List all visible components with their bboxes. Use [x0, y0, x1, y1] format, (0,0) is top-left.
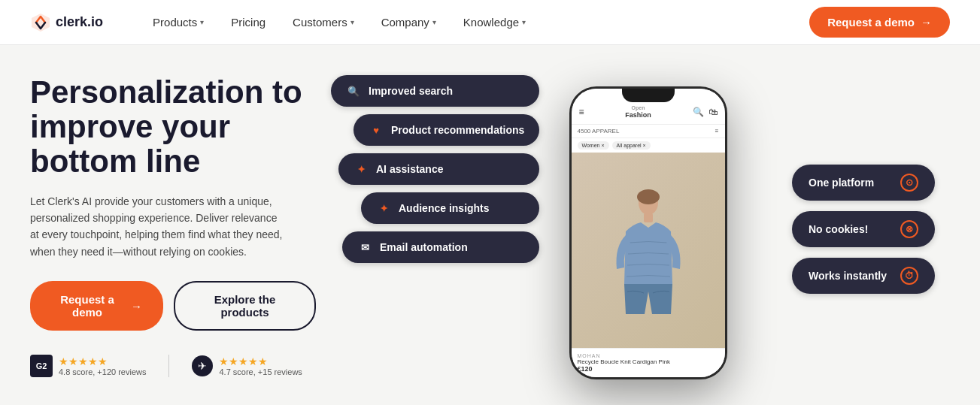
product-brand: MOHAN [578, 353, 719, 358]
hero-section: Personalization to improve your bottom l… [0, 45, 980, 405]
phone-mockup: ≡ Open Fashion 🔍 🛍 4500 APPAREL ≡ [569, 86, 735, 379]
hero-title: Personalization to improve your bottom l… [30, 75, 316, 180]
chevron-down-icon: ▾ [432, 18, 436, 26]
phone-screen: ≡ Open Fashion 🔍 🛍 4500 APPAREL ≡ [572, 89, 725, 377]
heart-icon: ♥ [369, 122, 384, 138]
arrow-icon: → [131, 300, 142, 313]
audience-icon: ✦ [376, 201, 391, 216]
nav-item-knowledge[interactable]: Knowledge ▾ [451, 10, 538, 35]
nav-request-demo-button[interactable]: Request a demo → [809, 7, 950, 38]
request-demo-button[interactable]: Request a demo → [30, 281, 163, 331]
reviews-divider [168, 355, 169, 377]
phone-filter-bar: 4500 APPAREL ≡ [572, 125, 725, 138]
phone-notch [622, 89, 675, 102]
capterra-score: 4.7 score, +15 reviews [219, 367, 302, 376]
phone-header-icons: 🔍 🛍 [693, 107, 718, 117]
svg-point-2 [637, 189, 660, 204]
chevron-down-icon: ▾ [350, 18, 354, 26]
tag-apparel: All apparel × [612, 141, 651, 150]
hero-description: Let Clerk's AI provide your customers wi… [30, 193, 286, 261]
feature-pills: 🔍 Improved search ♥ Product recommendati… [331, 75, 539, 263]
phone-product-image [572, 153, 725, 348]
phone-product-info: MOHAN Recycle Boucle Knit Cardigan Pink … [572, 348, 725, 377]
feature-pill-audience[interactable]: ✦ Audience insights [361, 192, 539, 224]
ai-icon: ✦ [353, 162, 369, 177]
product-name: Recycle Boucle Knit Cardigan Pink [578, 358, 719, 365]
nav-item-products[interactable]: Products ▾ [141, 10, 216, 35]
g2-badge: G2 [30, 355, 53, 377]
phone-tags: Women × All apparel × [572, 138, 725, 153]
right-pill-cookies[interactable]: No cookies! ⊗ [792, 211, 935, 247]
feature-pill-search[interactable]: 🔍 Improved search [331, 75, 539, 107]
capterra-icon: ✈ [192, 355, 213, 376]
right-pill-instant[interactable]: Works instantly ⏱ [792, 258, 935, 294]
chevron-down-icon: ▾ [200, 18, 204, 26]
g2-score: 4.8 score, +120 reviews [59, 367, 146, 376]
phone-frame: ≡ Open Fashion 🔍 🛍 4500 APPAREL ≡ [569, 86, 727, 379]
no-cookies-icon: ⊗ [900, 220, 918, 238]
reviews: G2 ★★★★★ 4.8 score, +120 reviews ✈ ★★★★★… [30, 355, 316, 377]
feature-pill-email[interactable]: ✉ Email automation [342, 231, 539, 263]
nav-links: Products ▾ Pricing Customers ▾ Company ▾… [141, 10, 809, 35]
explore-products-button[interactable]: Explore the products [174, 281, 316, 331]
hero-buttons: Request a demo → Explore the products [30, 281, 316, 331]
product-price: £120 [578, 365, 719, 373]
svg-rect-3 [644, 213, 653, 222]
nav-item-customers[interactable]: Customers ▾ [281, 10, 366, 35]
bag-icon: 🛍 [708, 107, 718, 117]
chevron-down-icon: ▾ [522, 18, 526, 26]
right-pill-platform[interactable]: One platform ⊙ [792, 165, 935, 201]
hero-center: 🔍 Improved search ♥ Product recommendati… [316, 68, 950, 390]
store-logo: Open Fashion [625, 105, 651, 119]
email-icon: ✉ [357, 240, 372, 255]
feature-pill-recommendations[interactable]: ♥ Product recommendations [353, 114, 539, 146]
menu-icon: ≡ [579, 107, 584, 117]
search-icon: 🔍 [346, 83, 361, 98]
right-feature-pills: One platform ⊙ No cookies! ⊗ Works insta… [792, 165, 935, 294]
logo[interactable]: clerk.io [30, 12, 103, 33]
nav-item-pricing[interactable]: Pricing [219, 10, 278, 35]
g2-stars: ★★★★★ [59, 355, 146, 367]
search-icon: 🔍 [693, 107, 704, 117]
capterra-review: ✈ ★★★★★ 4.7 score, +15 reviews [192, 355, 302, 376]
instant-icon: ⏱ [900, 267, 918, 285]
nav-item-company[interactable]: Company ▾ [369, 10, 448, 35]
navigation: clerk.io Products ▾ Pricing Customers ▾ … [0, 0, 980, 45]
g2-review: G2 ★★★★★ 4.8 score, +120 reviews [30, 355, 146, 377]
hero-left: Personalization to improve your bottom l… [30, 68, 316, 390]
feature-pill-ai[interactable]: ✦ AI assistance [338, 153, 539, 185]
capterra-stars: ★★★★★ [219, 355, 302, 367]
arrow-icon: → [921, 16, 932, 29]
tag-women: Women × [578, 141, 609, 150]
platform-icon: ⊙ [900, 174, 918, 192]
logo-text: clerk.io [56, 14, 103, 30]
